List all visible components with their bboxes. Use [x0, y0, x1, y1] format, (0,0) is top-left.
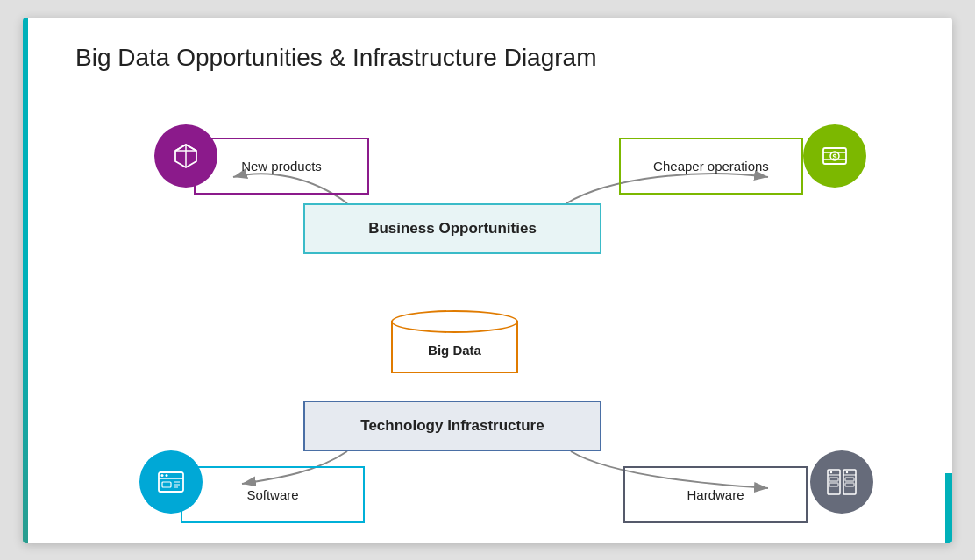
technology-infrastructure-box: Technology Infrastructure: [303, 401, 601, 451]
svg-line-5: [186, 145, 196, 151]
svg-rect-26: [845, 478, 854, 481]
svg-point-14: [166, 474, 168, 477]
svg-point-23: [830, 471, 832, 472]
diagram: Business Opportunities Technology Infras…: [67, 89, 908, 536]
big-data-cylinder: Big Data: [391, 310, 518, 380]
svg-rect-28: [845, 483, 854, 486]
svg-line-4: [175, 145, 186, 151]
svg-rect-25: [829, 478, 838, 481]
new-products-label: New products: [241, 159, 322, 174]
big-data-label: Big Data: [428, 342, 481, 357]
svg-rect-27: [829, 483, 838, 486]
software-label: Software: [246, 487, 298, 502]
business-opportunities-box: Business Opportunities: [303, 203, 601, 254]
business-opportunities-label: Business Opportunities: [368, 220, 537, 237]
svg-point-13: [161, 474, 164, 477]
cheaper-operations-label: Cheaper operations: [653, 159, 769, 174]
svg-text:$: $: [832, 152, 836, 161]
cube-icon: [170, 140, 202, 172]
software-circle: [139, 450, 203, 514]
slide: Big Data Opportunities & Infrastructure …: [23, 18, 952, 543]
window-icon: [154, 465, 188, 499]
svg-rect-19: [828, 470, 840, 494]
hardware-box: Hardware: [623, 466, 808, 523]
software-box: Software: [181, 466, 365, 523]
server-icon: [823, 465, 860, 499]
cheaper-operations-circle: $: [803, 124, 866, 188]
money-icon: $: [818, 139, 851, 173]
svg-point-24: [846, 471, 848, 472]
technology-infrastructure-label: Technology Infrastructure: [360, 417, 544, 435]
svg-rect-20: [843, 470, 856, 494]
cheaper-operations-box: Cheaper operations: [619, 138, 803, 195]
slide-title: Big Data Opportunities & Infrastructure …: [75, 44, 908, 72]
hardware-label: Hardware: [687, 487, 744, 502]
new-products-box: New products: [194, 138, 369, 195]
hardware-circle: [810, 450, 873, 514]
new-products-circle: [154, 124, 217, 188]
svg-rect-15: [162, 482, 171, 487]
